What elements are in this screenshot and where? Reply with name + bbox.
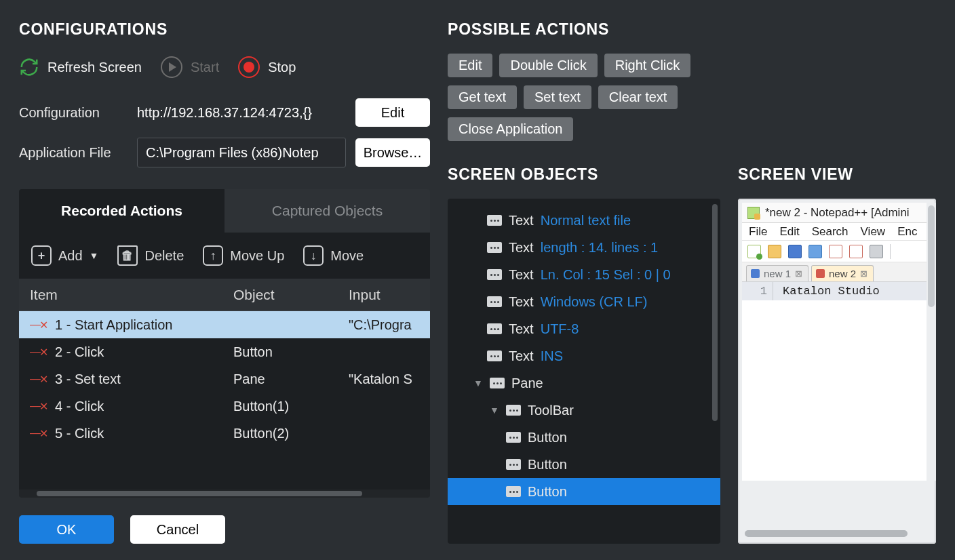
tree-node[interactable]: Button	[448, 451, 720, 478]
notepad-tab[interactable]: new 1⊠	[746, 265, 808, 281]
tree-node[interactable]: TextLn. Col : 15 Sel : 0 | 0	[448, 261, 720, 288]
disk-icon	[751, 269, 760, 278]
possible-actions-title: POSSIBLE ACTIONS	[448, 20, 936, 39]
tree-vertical-scrollbar[interactable]	[712, 204, 719, 538]
stop-label: Stop	[268, 60, 296, 75]
configurations-title: CONFIGURATIONS	[19, 20, 430, 39]
col-object: Object	[233, 287, 349, 303]
tree-node[interactable]: Button	[448, 424, 720, 451]
row-item: 5 - Click	[55, 426, 104, 441]
refresh-screen-button[interactable]: Refresh Screen	[19, 57, 142, 77]
action-chip[interactable]: Set text	[524, 85, 591, 109]
tree-node[interactable]: TextUTF-8	[448, 315, 720, 342]
col-input: Input	[349, 287, 419, 303]
element-icon	[487, 242, 502, 253]
notepad-title-text: *new 2 - Notepad++ [Admini	[765, 206, 910, 220]
move-down-button[interactable]: ↓ Move	[303, 245, 364, 266]
action-chip[interactable]: Double Click	[499, 54, 597, 77]
action-chip[interactable]: Edit	[448, 54, 492, 77]
notepad-tab[interactable]: new 2⊠	[811, 265, 874, 281]
close-all-icon[interactable]	[849, 245, 863, 258]
tab-captured-objects[interactable]: Captured Objects	[225, 189, 430, 233]
application-file-input[interactable]	[137, 138, 346, 167]
edit-config-button[interactable]: Edit	[355, 98, 430, 127]
stop-icon	[238, 56, 260, 78]
element-icon	[487, 296, 502, 307]
editor-line-content: Katalon Studio	[773, 282, 880, 300]
refresh-icon	[19, 57, 39, 77]
delete-label: Delete	[144, 248, 184, 264]
open-file-icon[interactable]	[768, 245, 781, 258]
new-file-icon[interactable]	[747, 245, 761, 258]
horizontal-scrollbar[interactable]	[19, 489, 430, 498]
tree-node[interactable]: TextNormal text file	[448, 207, 720, 234]
tree-node[interactable]: ▼ToolBar	[448, 397, 720, 424]
action-chip[interactable]: Close Application	[448, 117, 573, 141]
add-button[interactable]: + Add ▼	[31, 245, 98, 266]
ok-button[interactable]: OK	[19, 515, 114, 544]
configuration-value: http://192.168.37.124:4723,{}	[137, 105, 346, 121]
element-icon	[487, 215, 502, 226]
element-icon	[506, 459, 521, 470]
moveup-label: Move Up	[230, 248, 284, 264]
row-item: 4 - Click	[55, 399, 104, 414]
tree-node[interactable]: Textlength : 14. lines : 1	[448, 234, 720, 261]
move-up-button[interactable]: ↑ Move Up	[203, 245, 284, 266]
tree-node-type: ToolBar	[528, 403, 574, 418]
tree-node-value: Ln. Col : 15 Sel : 0 | 0	[541, 267, 671, 283]
tree-node-value: Normal text file	[541, 213, 631, 228]
tree-node-type: Button	[528, 430, 567, 445]
notepad-editor: 1 Katalon Studio	[742, 281, 936, 300]
save-icon[interactable]	[788, 245, 802, 258]
action-chip[interactable]: Right Click	[604, 54, 691, 77]
row-item: 2 - Click	[55, 344, 104, 360]
close-tab-icon[interactable]: ⊠	[860, 268, 868, 279]
print-icon[interactable]	[870, 245, 883, 258]
delete-button[interactable]: 🗑 Delete	[117, 245, 184, 266]
tree-node[interactable]: ▼Pane	[448, 369, 720, 397]
save-all-icon[interactable]	[808, 245, 822, 258]
table-row[interactable]: ✕4 - Click Button(1)	[19, 393, 430, 420]
config-toolbar: Refresh Screen Start Stop	[19, 54, 430, 81]
notepad-menu-item[interactable]: Enc	[897, 225, 917, 239]
chevron-down-icon: ▼	[490, 405, 499, 416]
tree-node-value: INS	[541, 348, 563, 364]
screen-objects-tree: TextNormal text fileTextlength : 14. lin…	[448, 199, 720, 544]
close-tab-icon[interactable]: ⊠	[795, 268, 802, 279]
tree-node[interactable]: Button	[448, 478, 720, 505]
screenview-horizontal-scrollbar[interactable]	[745, 530, 924, 538]
application-file-label: Application File	[19, 145, 128, 161]
notepad-menu-item[interactable]: File	[749, 225, 767, 239]
row-input: "C:\Progra	[349, 317, 419, 333]
notepad-titlebar: *new 2 - Notepad++ [Admini	[742, 203, 936, 223]
cancel-button[interactable]: Cancel	[130, 515, 225, 544]
screen-objects-title: SCREEN OBJECTS	[448, 165, 720, 184]
record-step-icon: ✕	[30, 319, 48, 332]
tree-node[interactable]: TextINS	[448, 342, 720, 369]
row-input: "Katalon S	[349, 372, 419, 387]
tree-node[interactable]: TextWindows (CR LF)	[448, 288, 720, 315]
element-icon	[506, 405, 521, 416]
notepad-tab-label: new 2	[829, 268, 856, 279]
table-row[interactable]: ✕1 - Start Application "C:\Progra	[19, 311, 430, 338]
close-file-icon[interactable]	[829, 245, 842, 258]
table-row[interactable]: ✕5 - Click Button(2)	[19, 420, 430, 447]
notepad-menu-item[interactable]: Search	[812, 225, 849, 239]
browse-button[interactable]: Browse…	[355, 138, 430, 167]
record-step-icon: ✕	[30, 346, 48, 359]
table-row[interactable]: ✕3 - Set text Pane "Katalon S	[19, 365, 430, 393]
element-icon	[506, 486, 521, 497]
arrow-down-icon: ↓	[303, 245, 324, 266]
screenview-vertical-scrollbar[interactable]	[927, 203, 936, 481]
tab-recorded-actions[interactable]: Recorded Actions	[19, 189, 225, 233]
stop-button[interactable]: Stop	[238, 56, 296, 78]
notepad-menu-item[interactable]: Edit	[779, 225, 799, 239]
tree-node-type: Button	[528, 484, 567, 500]
record-step-icon: ✕	[30, 400, 48, 413]
refresh-label: Refresh Screen	[47, 60, 142, 75]
action-chip[interactable]: Get text	[448, 85, 517, 109]
table-row[interactable]: ✕2 - Click Button	[19, 338, 430, 365]
notepad-menu-item[interactable]: View	[861, 225, 886, 239]
action-chip[interactable]: Clear text	[598, 85, 678, 109]
configuration-label: Configuration	[19, 105, 128, 121]
